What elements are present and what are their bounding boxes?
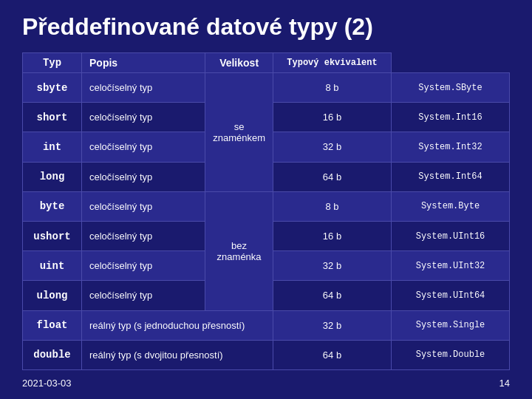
table-header-row: Typ Popis Velikost Typový ekvivalent [23,53,510,73]
slide-title: Předdefinované datové typy (2) [22,13,510,41]
cell-typovy: System.Double [392,340,510,369]
header-popis: Popis [82,53,205,73]
cell-typ: ushort [23,221,82,250]
footer-date: 2021-03-03 [22,378,72,389]
cell-typ: int [23,132,82,162]
header-typ: Typ [23,53,82,73]
table-row: byteceločíselný typbez znaménka8 bSystem… [23,191,510,221]
cell-typ: byte [23,191,82,221]
cell-typovy: System.UInt16 [392,221,510,250]
cell-popis: celočíselný typ [82,103,205,132]
footer-page: 14 [499,378,510,389]
table-row: doublereálný typ (s dvojitou přesností)6… [23,340,510,369]
cell-velikost: 32 b [273,310,392,340]
cell-velikost: 32 b [273,132,392,162]
cell-typovy: System.Byte [392,191,510,221]
cell-popis: celočíselný typ [82,132,205,162]
cell-typovy: System.Int16 [392,103,510,132]
cell-typ: uint [23,251,82,281]
header-typovy: Typový ekvivalent [273,53,392,73]
cell-popis: reálný typ (s jednoduchou přesností) [82,310,273,340]
cell-typovy: System.SByte [392,73,510,103]
cell-popis: celočíselný typ [82,221,205,250]
slide: Předdefinované datové typy (2) Typ Popis… [0,0,532,399]
cell-shared-desc: se znaménkem [205,73,273,192]
cell-typ: short [23,103,82,132]
table-row: sbyteceločíselný typse znaménkem8 bSyste… [23,73,510,103]
cell-typovy: System.Int64 [392,162,510,191]
table-row: floatreálný typ (s jednoduchou přesností… [23,310,510,340]
cell-popis: celočíselný typ [82,73,205,103]
cell-typ: double [23,340,82,369]
cell-popis: reálný typ (s dvojitou přesností) [82,340,273,369]
cell-typovy: System.UInt32 [392,251,510,281]
cell-typ: ulong [23,281,82,310]
cell-popis: celočíselný typ [82,281,205,310]
cell-shared-desc: bez znaménka [205,191,273,310]
cell-typ: sbyte [23,73,82,103]
header-velikost: Velikost [205,53,273,73]
cell-typ: long [23,162,82,191]
cell-velikost: 32 b [273,251,392,281]
cell-velikost: 64 b [273,340,392,369]
data-table: Typ Popis Velikost Typový ekvivalent sby… [22,52,510,370]
cell-typovy: System.Int32 [392,132,510,162]
cell-velikost: 64 b [273,281,392,310]
cell-typovy: System.Single [392,310,510,340]
cell-velikost: 64 b [273,162,392,191]
cell-velikost: 8 b [273,191,392,221]
footer: 2021-03-03 14 [22,378,510,389]
cell-velikost: 16 b [273,103,392,132]
cell-popis: celočíselný typ [82,162,205,191]
cell-popis: celočíselný typ [82,251,205,281]
cell-typovy: System.UInt64 [392,281,510,310]
cell-velikost: 8 b [273,73,392,103]
cell-velikost: 16 b [273,221,392,250]
cell-typ: float [23,310,82,340]
cell-popis: celočíselný typ [82,191,205,221]
